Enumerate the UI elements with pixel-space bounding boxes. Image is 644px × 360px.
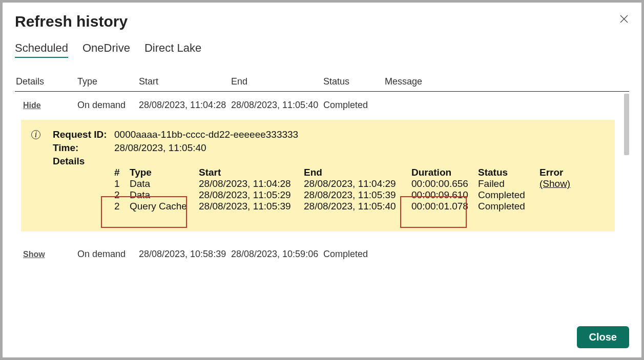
row-type: On demand bbox=[77, 249, 139, 260]
dr-num: 1 bbox=[114, 178, 130, 189]
detail-table-header: # Type Start End Duration Status Error bbox=[114, 167, 604, 178]
scrollbar-thumb[interactable] bbox=[624, 94, 629, 155]
dr-start: 28/08/2023, 11:04:28 bbox=[199, 178, 304, 189]
dr-stat: Completed bbox=[478, 189, 539, 201]
dr-end: 28/08/2023, 11:05:39 bbox=[304, 189, 411, 201]
tab-scheduled[interactable]: Scheduled bbox=[15, 41, 68, 58]
dcol-end: End bbox=[304, 167, 411, 178]
dr-dur: 00:00:01.078 bbox=[411, 201, 478, 212]
dcol-start: Start bbox=[199, 167, 304, 178]
dr-stat: Failed bbox=[478, 178, 539, 189]
dr-type: Data bbox=[130, 189, 199, 201]
dr-start: 28/08/2023, 11:05:29 bbox=[199, 189, 304, 201]
dr-num: 2 bbox=[114, 201, 130, 212]
hide-details-link[interactable]: Hide bbox=[16, 101, 41, 110]
dcol-type: Type bbox=[130, 167, 199, 178]
tab-direct-lake[interactable]: Direct Lake bbox=[144, 41, 201, 58]
dr-num: 2 bbox=[114, 189, 130, 201]
info-icon: i bbox=[31, 130, 40, 139]
time-value: 28/08/2023, 11:05:40 bbox=[114, 142, 206, 154]
col-message: Message bbox=[385, 76, 629, 87]
dcol-error: Error bbox=[539, 167, 580, 178]
history-scroll-area: Hide On demand 28/08/2023, 11:04:28 28/0… bbox=[15, 92, 629, 326]
row-message bbox=[385, 100, 629, 111]
history-row: Hide On demand 28/08/2023, 11:04:28 28/0… bbox=[15, 92, 629, 113]
dr-stat: Completed bbox=[478, 201, 539, 212]
time-label: Time: bbox=[53, 142, 114, 154]
row-end: 28/08/2023, 11:05:40 bbox=[231, 100, 323, 111]
history-row: Show On demand 28/08/2023, 10:58:39 28/0… bbox=[15, 241, 629, 262]
row-end: 28/08/2023, 10:59:06 bbox=[231, 249, 323, 260]
col-status: Status bbox=[323, 76, 385, 87]
dr-dur: 00:00:09.610 bbox=[411, 189, 478, 201]
close-icon[interactable] bbox=[619, 13, 629, 27]
close-button[interactable]: Close bbox=[577, 326, 629, 348]
history-table-header: Details Type Start End Status Message bbox=[15, 76, 629, 92]
tab-bar: Scheduled OneDrive Direct Lake bbox=[15, 41, 629, 58]
dcol-num: # bbox=[114, 167, 130, 178]
dr-err bbox=[539, 201, 580, 212]
refresh-history-dialog: Refresh history Scheduled OneDrive Direc… bbox=[3, 3, 641, 357]
request-id-label: Request ID: bbox=[53, 129, 114, 140]
dr-type: Query Cache bbox=[130, 201, 199, 212]
dialog-footer: Close bbox=[15, 326, 629, 348]
dr-end: 28/08/2023, 11:05:40 bbox=[304, 201, 411, 212]
row-message bbox=[385, 249, 629, 260]
dr-type: Data bbox=[130, 178, 199, 189]
detail-row: 2 Query Cache 28/08/2023, 11:05:39 28/08… bbox=[114, 201, 604, 212]
col-type: Type bbox=[77, 76, 139, 87]
col-details: Details bbox=[15, 76, 77, 87]
detail-row: 2 Data 28/08/2023, 11:05:29 28/08/2023, … bbox=[114, 189, 604, 201]
dcol-status: Status bbox=[478, 167, 539, 178]
show-details-link[interactable]: Show bbox=[16, 250, 45, 259]
details-label: Details bbox=[53, 156, 114, 167]
dr-err bbox=[539, 189, 580, 201]
col-end: End bbox=[231, 76, 323, 87]
row-status: Completed bbox=[323, 249, 385, 260]
row-status: Completed bbox=[323, 100, 385, 111]
dr-start: 28/08/2023, 11:05:39 bbox=[199, 201, 304, 212]
dr-dur: 00:00:00.656 bbox=[411, 178, 478, 189]
detail-row: 1 Data 28/08/2023, 11:04:28 28/08/2023, … bbox=[114, 178, 604, 189]
request-id-value: 0000aaaa-11bb-cccc-dd22-eeeeee333333 bbox=[114, 129, 298, 140]
expanded-details-panel: i Request ID:0000aaaa-11bb-cccc-dd22-eee… bbox=[21, 120, 615, 231]
row-start: 28/08/2023, 10:58:39 bbox=[139, 249, 231, 260]
dialog-header: Refresh history bbox=[15, 13, 629, 41]
tab-onedrive[interactable]: OneDrive bbox=[82, 41, 130, 58]
col-start: Start bbox=[139, 76, 231, 87]
row-start: 28/08/2023, 11:04:28 bbox=[139, 100, 231, 111]
row-type: On demand bbox=[77, 100, 139, 111]
dcol-duration: Duration bbox=[411, 167, 478, 178]
dr-end: 28/08/2023, 11:04:29 bbox=[304, 178, 411, 189]
dialog-title: Refresh history bbox=[15, 13, 128, 30]
error-show-link[interactable]: (Show) bbox=[539, 178, 570, 189]
